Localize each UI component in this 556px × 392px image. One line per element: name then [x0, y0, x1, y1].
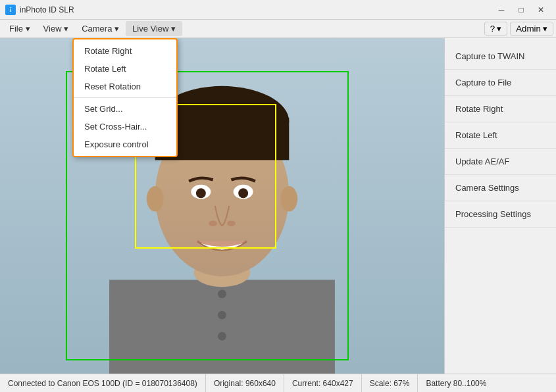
- admin-button[interactable]: Admin ▾: [510, 22, 553, 36]
- menu-item-live-view[interactable]: Live View ▾: [126, 21, 182, 36]
- status-original: Original: 960x640: [206, 374, 284, 392]
- app-title: inPhoto ID SLR: [20, 5, 74, 14]
- help-button[interactable]: ? ▾: [484, 22, 507, 36]
- right-panel: Capture to TWAIN Capture to File Rotate …: [444, 38, 556, 374]
- live-view-dropdown: Rotate Right Rotate Left Reset Rotation …: [72, 38, 178, 157]
- dropdown-item-set-grid[interactable]: Set Grid...: [74, 100, 176, 118]
- dropdown-item-set-crosshair[interactable]: Set Cross-Hair...: [74, 118, 176, 135]
- status-bar: Connected to Canon EOS 100D (ID = 018070…: [0, 374, 556, 392]
- menu-item-view[interactable]: View ▾: [37, 21, 76, 36]
- dropdown-item-rotate-left[interactable]: Rotate Left: [74, 60, 176, 78]
- btn-rotate-right[interactable]: Rotate Right: [445, 96, 556, 122]
- title-bar-left: i inPhoto ID SLR: [5, 5, 74, 15]
- btn-capture-file[interactable]: Capture to File: [445, 70, 556, 96]
- btn-camera-settings[interactable]: Camera Settings: [445, 175, 556, 201]
- btn-processing-settings[interactable]: Processing Settings: [445, 201, 556, 228]
- menu-item-file[interactable]: File ▾: [3, 21, 37, 36]
- status-scale: Scale: 67%: [362, 374, 418, 392]
- app-icon: i: [5, 5, 16, 15]
- status-current: Current: 640x427: [284, 374, 362, 392]
- btn-update-aeaf[interactable]: Update AE/AF: [445, 149, 556, 175]
- status-connection: Connected to Canon EOS 100D (ID = 018070…: [0, 374, 206, 392]
- minimize-button[interactable]: ─: [492, 3, 511, 16]
- status-battery: Battery 80..100%: [418, 374, 494, 392]
- btn-capture-twain[interactable]: Capture to TWAIN: [445, 43, 556, 70]
- menu-bar-left: File ▾ View ▾ Camera ▾ Live View ▾: [3, 21, 182, 36]
- title-bar-controls: ─ □ ✕: [492, 3, 551, 16]
- title-bar: i inPhoto ID SLR ─ □ ✕: [0, 0, 556, 20]
- menu-bar-right: ? ▾ Admin ▾: [484, 22, 553, 36]
- main-content: Rotate Right Rotate Left Reset Rotation …: [0, 38, 556, 374]
- btn-rotate-left[interactable]: Rotate Left: [445, 122, 556, 149]
- menu-item-camera[interactable]: Camera ▾: [75, 21, 126, 36]
- maximize-button[interactable]: □: [511, 3, 531, 16]
- dropdown-item-reset-rotation[interactable]: Reset Rotation: [74, 78, 176, 95]
- menu-bar: File ▾ View ▾ Camera ▾ Live View ▾ ? ▾ A…: [0, 20, 556, 38]
- camera-area: Rotate Right Rotate Left Reset Rotation …: [0, 38, 444, 374]
- dropdown-item-exposure-control[interactable]: Exposure control: [74, 135, 176, 153]
- dropdown-divider: [74, 97, 176, 98]
- dropdown-item-rotate-right[interactable]: Rotate Right: [74, 42, 176, 60]
- close-button[interactable]: ✕: [531, 3, 551, 16]
